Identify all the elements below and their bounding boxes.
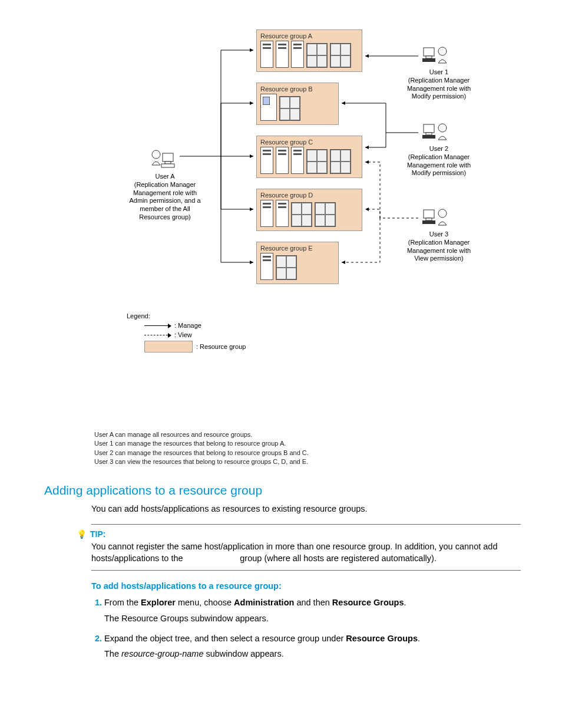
legend-view-icon [144,335,171,335]
legend-manage-label: : Manage [174,322,201,329]
svg-point-7 [438,47,447,55]
rg-c-label: Resource group C [260,139,358,146]
user-a-icon [144,147,180,172]
svg-rect-6 [422,58,435,62]
svg-rect-13 [426,218,432,220]
legend-title: Legend: [127,312,246,319]
rg-b-label: Resource group B [260,85,335,93]
user-2-icon [418,121,454,146]
note-2: User 1 can manage the resources that bel… [94,439,521,448]
tip-rule-bottom [91,570,521,571]
svg-rect-10 [422,135,435,139]
user-1-icon [418,44,454,69]
svg-rect-1 [163,153,173,162]
rg-d-label: Resource group D [260,192,358,199]
resource-group-e: Resource group E [256,242,339,284]
svg-point-15 [438,209,447,218]
legend-rg-icon [144,341,193,353]
user-2-caption: User 2 (Replication Manager Management r… [398,145,480,177]
procedure-steps: From the Explorer menu, choose Administr… [91,597,521,660]
svg-rect-4 [424,48,434,56]
user-a-caption: User A (Replication Manager Management r… [121,173,209,222]
svg-point-11 [438,124,447,132]
tip-label: TIP: [90,529,105,539]
svg-rect-8 [424,124,434,133]
lightbulb-icon: 💡 [77,529,87,539]
svg-rect-14 [422,220,435,224]
step-1-result: The Resource Groups subwindow appears. [104,612,521,624]
step-2-result: The resource-group-name subwindow appear… [104,648,521,660]
svg-point-0 [152,150,160,159]
tip-text: You cannot register the same host/applic… [91,541,521,564]
rg-a-label: Resource group A [260,32,358,39]
procedure-subhead: To add hosts/applications to a resource … [91,581,521,591]
note-4: User 3 can view the resources that belon… [94,457,521,466]
section-heading: Adding applications to a resource group [44,483,521,498]
svg-rect-2 [165,162,171,164]
rg-e-label: Resource group E [260,245,335,252]
diagram-notes: User A can manage all resources and reso… [94,430,521,467]
svg-rect-5 [426,56,432,58]
svg-rect-3 [161,164,174,167]
legend: Legend: : Manage : View : Resource group [127,312,246,355]
user-1-caption: User 1 (Replication Manager Management r… [398,68,480,101]
note-1: User A can manage all resources and reso… [94,430,521,439]
resource-group-d: Resource group D [256,189,362,231]
step-2: Expand the object tree, and then select … [104,633,521,660]
section-intro: You can add hosts/applications as resour… [91,503,521,515]
step-1: From the Explorer menu, choose Administr… [104,597,521,624]
resource-group-c: Resource group C [256,136,362,178]
user-3-icon [418,206,454,231]
diagram-figure: Resource group A Resource group B Resour… [91,29,498,419]
legend-manage-icon [144,325,171,326]
user-3-caption: User 3 (Replication Manager Management r… [398,230,480,263]
tip-rule-top [91,524,521,525]
legend-rg-label: : Resource group [196,343,246,350]
resource-group-a: Resource group A [256,29,362,72]
resource-group-b: Resource group B [256,83,339,125]
tip-block: 💡 TIP: You cannot register the same host… [77,524,521,571]
svg-rect-9 [426,133,432,135]
svg-rect-12 [424,210,434,218]
legend-view-label: : View [174,331,192,338]
note-3: User 2 can manage the resources that bel… [94,449,521,457]
